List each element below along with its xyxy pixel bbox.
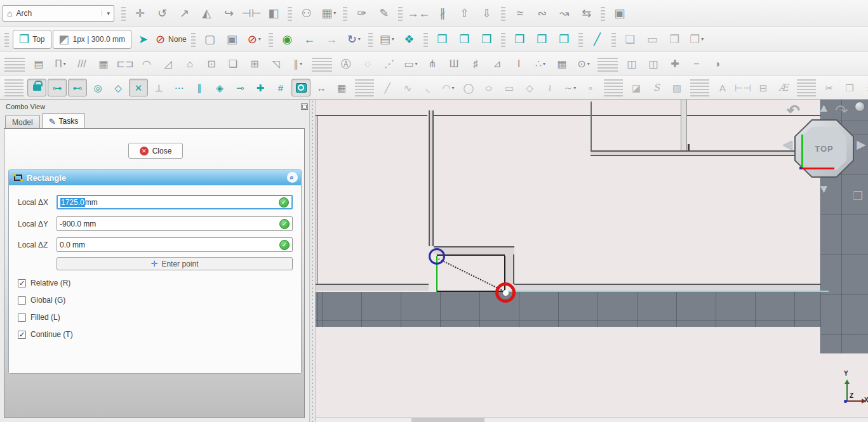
link-make-group-button[interactable]: ❏ (620, 30, 641, 49)
join-button[interactable]: →← (406, 4, 431, 23)
link-actions-button[interactable]: ❐ ▾ (686, 30, 707, 49)
view-bottom-button[interactable]: ❒ (531, 30, 552, 49)
3d-viewport[interactable]: TOP ▲ ▼ ◀ ▶ ↶ ↷ ❒ Y X Z (316, 100, 868, 422)
rotate-ccw-icon[interactable]: ↶ (787, 103, 800, 119)
arch-space-button[interactable]: ❏ (223, 55, 243, 74)
edit-button[interactable]: ✑ (351, 4, 372, 23)
nav-arrow-up-icon[interactable]: ▲ (818, 102, 830, 114)
snap-lock-button[interactable] (27, 79, 46, 96)
offset-button[interactable]: ↪ (218, 4, 239, 23)
arch-section-plane-button[interactable]: ◌ (357, 55, 378, 74)
fit-all-button[interactable]: ◉ (277, 30, 298, 49)
apply-style-button[interactable]: ➤ (133, 30, 154, 49)
draft-arc-button[interactable]: ◠ ▾ (439, 79, 458, 96)
arch-truss-button[interactable]: ⊿ (487, 55, 507, 74)
upgrade-button[interactable]: ⇧ (454, 4, 475, 23)
checkbox-relative[interactable]: ✓ Relative (R) (18, 278, 70, 288)
draft-rectangle-button[interactable]: ▭ (500, 79, 519, 96)
arch-remove-component-button[interactable]: − (686, 55, 707, 74)
toolbar-overflow-button[interactable]: » (860, 79, 868, 96)
make-link-button[interactable]: ❐ (664, 30, 685, 49)
arch-axis-button[interactable]: Ⓐ (336, 55, 356, 74)
arch-roof-button[interactable]: ◿ (158, 55, 178, 74)
view-front-button[interactable]: ❒ (432, 30, 453, 49)
scale-button[interactable]: ↗ (174, 4, 195, 23)
snap-grid-button[interactable]: # (271, 79, 290, 96)
arch-project-button[interactable]: ◠ (137, 55, 157, 74)
draft-circle-button[interactable]: ◯ (459, 79, 478, 96)
group-button[interactable]: ▭ (642, 30, 663, 49)
annotation-styles-button[interactable]: Æ (774, 79, 793, 96)
view-top-face-button[interactable]: ❒ (454, 30, 475, 49)
arch-building-part-button[interactable]: ⊏⊐ (115, 55, 135, 74)
downgrade-button[interactable]: ⇩ (476, 4, 497, 23)
box-element-selection-button[interactable]: ▣ (222, 30, 243, 49)
measure-button[interactable]: ╱ (587, 30, 608, 49)
nav-forward-button[interactable]: → (321, 30, 342, 49)
toggle-grid-button[interactable]: ▦ (332, 79, 351, 96)
paste-button[interactable]: ❐ (840, 79, 859, 96)
arch-building-button[interactable]: ⌂ (180, 55, 200, 74)
array-button[interactable]: ▦ ▾ (318, 4, 339, 23)
rotate-button[interactable]: ↺ (152, 4, 173, 23)
view-rear-button[interactable]: ❒ (509, 30, 530, 49)
snap-dimensions-button[interactable]: ↔ (312, 79, 331, 96)
arch-stairs-button[interactable]: ⋰ (379, 55, 399, 74)
panel-splitter[interactable] (309, 100, 316, 422)
snap-center-button[interactable]: ◎ (88, 79, 107, 96)
tab-model[interactable]: Model (5, 115, 40, 129)
axonometric-view-button[interactable]: ❖ (399, 30, 420, 49)
checkbox-filled[interactable]: Filled (L) (18, 312, 60, 322)
draft-to-sketch-button[interactable]: ≈ (509, 4, 530, 23)
draw-style-button[interactable]: ▤ ▾ (377, 30, 397, 49)
snap-extension-button[interactable]: ⋯ (170, 79, 189, 96)
checkbox-continue[interactable]: ✓ Continue (T) (18, 329, 73, 340)
flip-button[interactable]: ⇆ (576, 4, 597, 23)
arch-window-button[interactable]: ⊞ (244, 55, 265, 74)
slope-button[interactable]: ↝ (554, 4, 575, 23)
box-selection-button[interactable]: ▢ (199, 30, 220, 49)
split-button[interactable]: ∦ (432, 4, 453, 23)
rotate-cw-icon[interactable]: ↷ (835, 103, 848, 119)
workbench-selector[interactable]: ⌂ Arch ▾ (3, 5, 114, 22)
coordinate-input[interactable]: 0.0 mm ✓ (57, 237, 293, 252)
arch-survey-button[interactable]: ◗ (708, 55, 728, 74)
arch-material-button[interactable]: ∴ ▾ (530, 55, 551, 74)
arch-profile-button[interactable]: Ⅰ (509, 55, 529, 74)
snap-intersection-button[interactable]: ✕ (129, 79, 148, 96)
arch-cut-plane-button[interactable]: ◫ (622, 55, 642, 74)
arch-add-component-button[interactable]: ✚ (665, 55, 685, 74)
mirror-button[interactable]: ◭ (196, 4, 217, 23)
draft-ellipse-button[interactable]: ○ (479, 79, 498, 96)
snap-working-plane-button[interactable] (291, 79, 310, 96)
snap-parallel-button[interactable]: ∥ (190, 79, 209, 96)
arch-column-grid-button[interactable]: Ш (444, 55, 464, 74)
tab-tasks[interactable]: ✎ Tasks (42, 113, 86, 129)
nav-arrow-left-icon[interactable]: ◀ (783, 138, 792, 150)
add-to-group-button[interactable]: ▣ (609, 4, 630, 23)
arch-pipe-tools-button[interactable]: ⊙ ▾ (573, 55, 594, 74)
draft-wire-button[interactable]: ∿ (398, 79, 417, 96)
draft-fillet-button[interactable]: ◟ (418, 79, 437, 96)
arch-cut-volume-button[interactable]: ◫ (643, 55, 664, 74)
arch-wall-button[interactable]: ▤ (29, 55, 49, 74)
trim-button[interactable]: ⊣⊢ (241, 4, 262, 23)
arch-panel-button[interactable]: ◹ (266, 55, 286, 74)
nav-arrow-right-icon[interactable]: ▶ (857, 138, 866, 150)
close-task-button[interactable]: ✕ Close (128, 143, 183, 159)
arch-structure-button[interactable]: Π ▾ (50, 55, 70, 74)
view-right-button[interactable]: ❒ (476, 30, 497, 49)
toggle-visibility-button[interactable]: ⊘ ▾ (244, 30, 265, 49)
cut-button[interactable]: ✂ (820, 79, 839, 96)
draft-point-button[interactable]: ∘ (581, 79, 600, 96)
arch-site-button[interactable]: ⊡ (201, 55, 222, 74)
snap-ortho-button[interactable]: ✚ (251, 79, 270, 96)
draft-bspline-button[interactable]: ≀ (540, 79, 559, 96)
nav-back-button[interactable]: ← (299, 30, 320, 49)
draft-dimension-button[interactable]: ⊢⊣ (733, 79, 752, 96)
nav-minicube-icon[interactable]: ❒ (853, 189, 863, 203)
view-left-button[interactable]: ❒ (554, 30, 575, 49)
nav-sphere-icon[interactable] (855, 102, 865, 112)
wire-to-bspline-button[interactable]: ∾ (531, 4, 552, 23)
draft-bezier-button[interactable]: ∼ ▾ (561, 79, 580, 96)
